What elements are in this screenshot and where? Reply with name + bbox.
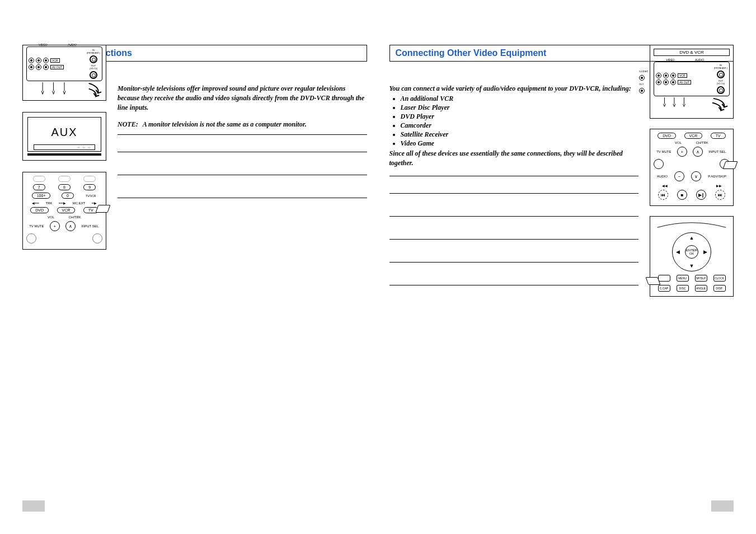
divider (389, 176, 639, 176)
remote-dpad-illustration: ▲ ▼ ◀ ▶ ENTER OK MENU SP/SLP CLOCK C.CAP… (650, 216, 734, 297)
avout-label: AV OUT (678, 80, 691, 85)
remote-btn-7: 7 (33, 184, 45, 190)
intro-text: Monitor-style televisions offer improved… (118, 84, 367, 112)
list-item: Video Game (401, 139, 639, 148)
vcr-label: VCR (678, 73, 687, 78)
remote-sq-btn: ANGLE (695, 285, 707, 292)
remote-btn-0: 0 (62, 193, 74, 199)
jack-panel: VCR AV OUT IN (FROM ANT.) OUT (TO TV) (654, 62, 730, 96)
jack-audio-label: AUDIO (68, 43, 77, 46)
right-page: Connecting Other Video Equipment You can… (389, 45, 734, 297)
jack-video-label: VIDEO (39, 43, 48, 46)
remote-top-illustration: DVD VCR TV VOL CH/TRK TV MUTE + ∧ INPUT … (650, 129, 734, 206)
divider (118, 134, 367, 135)
right-illustrations: S-VIDEO OUT DVD & VCR VIDEO AUDIO (650, 45, 734, 297)
rear-panel-illustration: VIDEO AUDIO VCR (22, 45, 106, 101)
note-block: NOTE: A monitor television is not the sa… (118, 120, 367, 129)
svideo-jack (639, 75, 645, 81)
remote-sq-btn: DISC (677, 285, 689, 292)
antenna-jack (717, 71, 725, 78)
step-separator (118, 198, 367, 198)
right-steps (389, 193, 639, 285)
remote-btn-100: 100+ (32, 193, 51, 199)
aux-display-illustration: AUX ○ ○ ○ (22, 112, 106, 161)
from-ant-label: IN (FROM ANT.) (714, 64, 727, 69)
cable-illustration (26, 81, 102, 100)
remote-sq-btn: CLOCK (713, 275, 726, 282)
from-ant-label: IN (FROM ANT.) (87, 49, 100, 54)
remote-sq-btn: SP/SLP (695, 275, 707, 282)
callout-box (645, 277, 660, 285)
chtrk-label: CH/TRK (696, 141, 708, 144)
step-separator (118, 175, 367, 175)
ff-icon: ▶▶ (716, 184, 722, 188)
antenna-jack (90, 55, 97, 63)
rca-jack (29, 64, 34, 70)
remote-btn-mute (654, 159, 664, 169)
vol-label: VOL (48, 216, 54, 219)
equipment-list: An additional VCR Laser Disc Player DVD … (389, 95, 639, 148)
list-item: An additional VCR (401, 95, 639, 103)
remote-sq-btn (658, 275, 670, 282)
tvmute-label: TV MUTE (29, 224, 44, 228)
remote-sq-btn: MENU (677, 275, 689, 282)
page-number-right (711, 500, 734, 512)
remote-btn-vcr: VCR (57, 207, 76, 213)
jack-audio-label: AUDIO (695, 58, 704, 62)
remote-btn-play: ▶‖ (696, 190, 706, 200)
jack-video-label: VIDEO (666, 58, 675, 62)
tvmute-label: TV MUTE (656, 150, 671, 153)
callout-box (95, 205, 110, 213)
dvdvcr-panel-illustration: S-VIDEO OUT DVD & VCR VIDEO AUDIO (650, 45, 734, 119)
step-separator (389, 285, 639, 285)
dvdvcr-label: DVD & VCR (654, 49, 730, 56)
remote-illustration: 7 8 9 100+ 0 TV/VCR ◀━━TRK━━▶ MC.EXT━▶ D… (22, 172, 106, 250)
right-text-column: Connecting Other Video Equipment You can… (389, 45, 639, 297)
rew-icon: ◀◀ (662, 184, 668, 188)
svideo-label: S-VIDEO (639, 70, 648, 73)
vcr-label: VCR (50, 58, 60, 63)
remote-top-curve (655, 221, 729, 228)
note-label: NOTE: (118, 120, 138, 129)
left-page: VIDEO AUDIO VCR (22, 45, 367, 297)
list-item: DVD Player (401, 113, 639, 121)
remote-sq-btn: DISP. (713, 285, 726, 292)
note-text: A monitor television is not the same as … (143, 120, 307, 129)
arrow-down-icon: ▼ (689, 263, 694, 269)
page-spread: VIDEO AUDIO VCR (0, 0, 756, 319)
aux-text: AUX (30, 126, 98, 139)
remote-btn-plus: + (677, 147, 687, 157)
rca-jack (670, 79, 676, 85)
left-illustrations: VIDEO AUDIO VCR (22, 45, 106, 297)
antenna-jack (717, 86, 725, 94)
rca-jack (656, 73, 661, 78)
cable-illustration (654, 96, 730, 113)
inputsel-label: INPUT SEL. (81, 224, 100, 228)
remote-btn-prev: ⏮ (658, 190, 668, 200)
remote-btn-next: ⏭ (715, 190, 725, 200)
padvskip-label: P.ADV/SKIP (708, 175, 726, 178)
rca-jack (36, 64, 41, 70)
remote-btn-stop: ■ (677, 190, 687, 200)
out-tv-label: OUT (TO TV) (90, 64, 97, 70)
jack-panel: VCR AV OUT IN (FROM ANT.) (26, 46, 102, 81)
list-item: Satellite Receiver (401, 130, 639, 139)
step-separator (389, 262, 639, 263)
inputsel-label: INPUT SEL. (708, 150, 727, 153)
arrow-right-icon: ▶ (703, 249, 707, 255)
step-separator (389, 193, 639, 194)
rca-jack (663, 79, 669, 85)
remote-btn-down: ∨ (691, 171, 701, 181)
out-tv-label: OUT (TO TV) (717, 79, 725, 85)
rca-jack (656, 79, 661, 85)
remote-btn-8: 8 (58, 184, 71, 190)
remote-btn-tv: TV (711, 133, 726, 139)
rca-jack (36, 58, 41, 63)
svideo-out-label: OUT (639, 83, 648, 86)
rca-jack (29, 58, 34, 63)
list-item: Camcorder (401, 121, 639, 130)
arrow-left-icon: ◀ (676, 249, 680, 255)
disc-dots-icon: ○ ○ ○ (78, 146, 91, 149)
remote-btn-up: ∧ (65, 221, 76, 231)
rca-jack (663, 73, 669, 78)
